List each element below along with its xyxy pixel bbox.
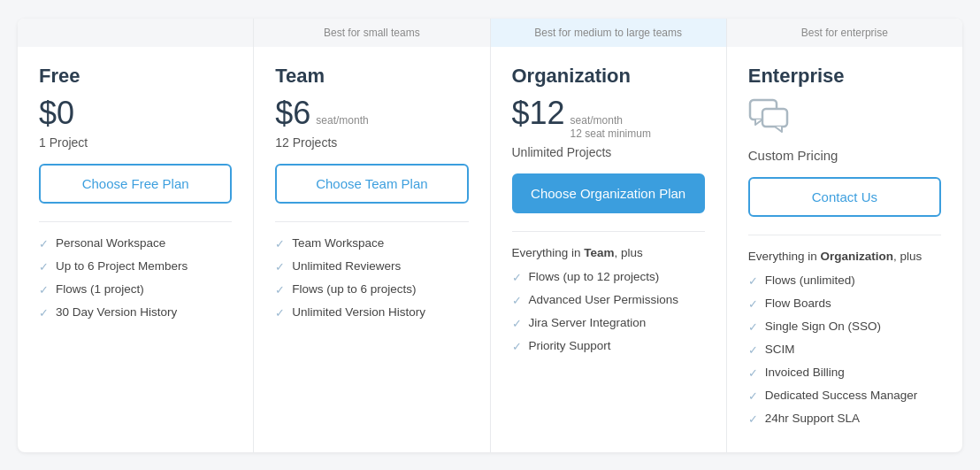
divider-team xyxy=(275,221,468,222)
plan-features-enterprise: ✓Flows (unlimited)✓Flow Boards✓Single Si… xyxy=(748,274,941,435)
plan-price-detail-organization: seat/month 12 seat minimum xyxy=(570,114,651,142)
divider-enterprise xyxy=(748,235,941,235)
feature-text: Single Sign On (SSO) xyxy=(765,320,881,333)
plans-container: Free$01 ProjectChoose Free Plan✓Personal… xyxy=(18,19,962,452)
list-item: ✓Flows (up to 6 projects) xyxy=(275,282,468,297)
list-item: ✓Flows (up to 12 projects) xyxy=(512,270,705,284)
plan-name-enterprise: Enterprise xyxy=(748,65,941,88)
check-icon: ✓ xyxy=(748,320,758,334)
plan-card-enterprise: Best for enterpriseEnterprise Custom Pri… xyxy=(727,19,962,452)
plan-cta-free[interactable]: Choose Free Plan xyxy=(39,164,232,204)
feature-text: Flows (unlimited) xyxy=(765,274,855,287)
check-icon: ✓ xyxy=(512,317,522,330)
plan-projects-team: 12 Projects xyxy=(275,135,468,150)
plan-projects-free: 1 Project xyxy=(39,135,232,150)
check-icon: ✓ xyxy=(512,340,522,353)
plan-name-free: Free xyxy=(39,65,232,88)
plan-body-free: Free$01 ProjectChoose Free Plan✓Personal… xyxy=(18,47,253,452)
plan-custom-pricing-enterprise: Custom Pricing xyxy=(748,148,941,163)
check-icon: ✓ xyxy=(512,294,522,307)
plan-everything-organization: Everything in Team, plus xyxy=(512,246,705,259)
plan-badge-organization: Best for medium to large teams xyxy=(491,19,726,47)
plan-badge-enterprise: Best for enterprise xyxy=(727,19,962,47)
list-item: ✓Team Workspace xyxy=(275,236,468,250)
feature-text: Flows (1 project) xyxy=(56,282,144,296)
plan-name-organization: Organization xyxy=(512,65,705,88)
list-item: ✓Unlimited Version History xyxy=(275,305,468,320)
check-icon: ✓ xyxy=(512,271,522,284)
feature-text: Unlimited Reviewers xyxy=(292,259,401,273)
plan-card-free: Free$01 ProjectChoose Free Plan✓Personal… xyxy=(18,19,254,452)
list-item: ✓Personal Workspace xyxy=(39,236,232,250)
plan-price-organization: $12 xyxy=(512,95,565,132)
feature-text: Team Workspace xyxy=(292,236,384,250)
divider-free xyxy=(39,221,232,222)
feature-text: SCIM xyxy=(765,343,795,356)
check-icon: ✓ xyxy=(748,366,758,380)
plan-body-organization: Organization$12seat/month 12 seat minimu… xyxy=(491,47,726,452)
plan-price-team: $6 xyxy=(275,95,310,132)
list-item: ✓Flow Boards xyxy=(748,297,941,311)
check-icon: ✓ xyxy=(748,343,758,357)
check-icon: ✓ xyxy=(748,412,758,426)
plan-features-team: ✓Team Workspace✓Unlimited Reviewers✓Flow… xyxy=(275,236,468,435)
feature-text: Invoiced Billing xyxy=(765,366,845,379)
plan-features-organization: ✓Flows (up to 12 projects)✓Advanced User… xyxy=(512,270,705,435)
plan-cta-organization[interactable]: Choose Organization Plan xyxy=(512,173,705,213)
feature-text: Flows (up to 12 projects) xyxy=(529,270,660,283)
plan-body-team: Team$6seat/month12 ProjectsChoose Team P… xyxy=(254,47,489,452)
check-icon: ✓ xyxy=(748,274,758,288)
feature-text: 24hr Support SLA xyxy=(765,412,860,425)
check-icon: ✓ xyxy=(275,260,285,274)
divider-organization xyxy=(512,231,705,232)
plan-price-row-team: $6seat/month xyxy=(275,95,468,132)
check-icon: ✓ xyxy=(39,283,49,297)
plan-card-organization: Best for medium to large teamsOrganizati… xyxy=(491,19,727,452)
plan-price-row-free: $0 xyxy=(39,95,232,132)
plan-card-team: Best for small teamsTeam$6seat/month12 P… xyxy=(254,19,490,452)
plan-features-free: ✓Personal Workspace✓Up to 6 Project Memb… xyxy=(39,236,232,435)
list-item: ✓Flows (unlimited) xyxy=(748,274,941,288)
plan-price-detail-team: seat/month xyxy=(316,114,368,128)
plan-badge-team: Best for small teams xyxy=(254,19,489,47)
check-icon: ✓ xyxy=(39,237,49,250)
feature-text: 30 Day Version History xyxy=(56,305,177,319)
plan-price-free: $0 xyxy=(39,95,74,132)
check-icon: ✓ xyxy=(275,306,285,320)
feature-text: Flows (up to 6 projects) xyxy=(292,282,416,296)
list-item: ✓SCIM xyxy=(748,343,941,357)
check-icon: ✓ xyxy=(39,306,49,320)
plan-cta-enterprise[interactable]: Contact Us xyxy=(748,177,941,217)
svg-rect-1 xyxy=(762,109,787,127)
check-icon: ✓ xyxy=(39,260,49,274)
plan-price-row-organization: $12seat/month 12 seat minimum xyxy=(512,95,705,142)
list-item: ✓30 Day Version History xyxy=(39,305,232,320)
list-item: ✓Advanced User Permissions xyxy=(512,293,705,307)
list-item: ✓Single Sign On (SSO) xyxy=(748,320,941,334)
list-item: ✓Dedicated Success Manager xyxy=(748,389,941,403)
feature-text: Up to 6 Project Members xyxy=(56,259,188,273)
feature-text: Priority Support xyxy=(529,339,611,352)
plan-name-team: Team xyxy=(275,65,468,88)
plan-projects-organization: Unlimited Projects xyxy=(512,145,705,159)
chat-icon xyxy=(748,98,941,137)
feature-text: Dedicated Success Manager xyxy=(765,389,918,402)
check-icon: ✓ xyxy=(748,297,758,311)
check-icon: ✓ xyxy=(275,237,285,250)
list-item: ✓Jira Server Integration xyxy=(512,316,705,330)
plan-everything-enterprise: Everything in Organization, plus xyxy=(748,250,941,263)
plan-cta-team[interactable]: Choose Team Plan xyxy=(275,164,468,204)
list-item: ✓24hr Support SLA xyxy=(748,412,941,426)
feature-text: Flow Boards xyxy=(765,297,831,310)
list-item: ✓Up to 6 Project Members xyxy=(39,259,232,274)
feature-text: Jira Server Integration xyxy=(529,316,647,329)
list-item: ✓Flows (1 project) xyxy=(39,282,232,297)
list-item: ✓Invoiced Billing xyxy=(748,366,941,380)
list-item: ✓Priority Support xyxy=(512,339,705,353)
feature-text: Advanced User Permissions xyxy=(529,293,679,306)
list-item: ✓Unlimited Reviewers xyxy=(275,259,468,274)
check-icon: ✓ xyxy=(748,389,758,403)
feature-text: Personal Workspace xyxy=(56,236,165,250)
plan-body-enterprise: Enterprise Custom PricingContact UsEvery… xyxy=(727,47,962,452)
check-icon: ✓ xyxy=(275,283,285,297)
